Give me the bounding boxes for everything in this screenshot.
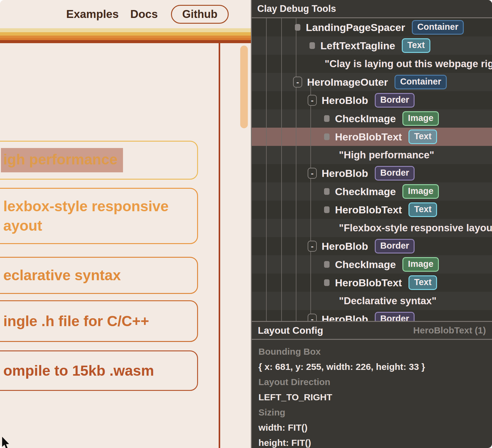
tree-row-text-content[interactable]: "Flexbox-style responsive layout" bbox=[252, 219, 492, 237]
feature-text: eclarative syntax bbox=[3, 266, 197, 285]
vertical-divider bbox=[219, 43, 220, 448]
leaf-bullet-icon bbox=[324, 133, 330, 140]
config-field-value: height: FIT() bbox=[258, 435, 485, 448]
element-type-badge: Text bbox=[402, 38, 430, 53]
element-name-label: CheckImage bbox=[335, 259, 396, 271]
element-type-badge: Text bbox=[408, 129, 437, 144]
github-button[interactable]: Github bbox=[171, 5, 229, 24]
tree-row[interactable]: -HeroBlobBorder bbox=[252, 91, 492, 109]
tree-row[interactable]: -HeroImageOuterContainer bbox=[252, 73, 492, 91]
leaf-bullet-icon bbox=[324, 279, 330, 286]
config-field-value: { x: 681, y: 255, width: 226, height: 33… bbox=[258, 359, 485, 374]
layout-config-title: Layout Config bbox=[258, 325, 323, 336]
element-type-badge: Border bbox=[375, 93, 415, 108]
element-name-label: HeroBlob bbox=[322, 240, 368, 252]
feature-box: eclarative syntax bbox=[0, 257, 198, 294]
element-type-badge: Text bbox=[408, 275, 437, 290]
config-field-label: Sizing bbox=[258, 405, 485, 420]
selected-element-name: HeroBlobText (1) bbox=[413, 325, 486, 336]
element-name-label: HeroBlobText bbox=[335, 131, 402, 143]
element-type-badge: Image bbox=[402, 257, 439, 272]
tree-row-text-content[interactable]: "High performance" bbox=[252, 146, 492, 164]
stripe-band bbox=[0, 40, 251, 43]
element-name-label: HeroImageOuter bbox=[307, 76, 388, 88]
tree-row[interactable]: -HeroBlobBorder bbox=[252, 310, 492, 321]
tree-row[interactable]: CheckImageImage bbox=[252, 255, 492, 274]
tree-row[interactable]: LandingPageSpacerContainer bbox=[252, 18, 492, 36]
nav-docs[interactable]: Docs bbox=[130, 8, 158, 21]
element-type-badge: Image bbox=[402, 184, 439, 199]
collapse-button[interactable]: - bbox=[308, 241, 317, 252]
leaf-bullet-icon bbox=[309, 42, 315, 49]
text-content-preview: "High performance" bbox=[339, 149, 434, 161]
debug-panel-header: Clay Debug Tools bbox=[252, 0, 492, 18]
nav-examples[interactable]: Examples bbox=[66, 8, 119, 21]
text-content-preview: "Flexbox-style responsive layout" bbox=[339, 222, 492, 234]
feature-box: lexbox-style responsiveayout bbox=[0, 188, 198, 244]
collapse-button[interactable]: - bbox=[308, 168, 317, 179]
tree-row[interactable]: HeroBlobTextText bbox=[252, 274, 492, 292]
element-name-label: CheckImage bbox=[335, 186, 396, 198]
element-type-badge: Text bbox=[408, 202, 437, 217]
leaf-bullet-icon bbox=[324, 261, 330, 268]
element-tree: LandingPageSpacerContainerLeftTextTaglin… bbox=[252, 18, 492, 321]
tree-row-text-content[interactable]: "Declarative syntax" bbox=[252, 292, 492, 310]
feature-text: ompile to 15kb .wasm bbox=[3, 361, 197, 381]
feature-text: lexbox-style responsive bbox=[3, 197, 197, 216]
layout-config-bar: Layout Config HeroBlobText (1) bbox=[252, 321, 492, 340]
clay-debug-panel: LandingPageSpacerContainerLeftTextTaglin… bbox=[251, 0, 492, 448]
element-type-badge: Border bbox=[375, 312, 415, 321]
element-name-label: HeroBlob bbox=[322, 95, 368, 106]
stripe-band bbox=[0, 32, 251, 36]
tree-row[interactable]: LeftTextTaglineText bbox=[252, 36, 492, 55]
feature-box: ompile to 15kb .wasm bbox=[0, 350, 198, 391]
feature-box: ingle .h file for C/C++ bbox=[0, 300, 198, 342]
feature-text: ayout bbox=[3, 216, 197, 236]
gradient-stripe bbox=[0, 28, 251, 43]
feature-text: ingle .h file for C/C++ bbox=[3, 312, 197, 331]
tree-row[interactable]: HeroBlobTextText bbox=[252, 128, 492, 146]
element-name-label: HeroBlob bbox=[322, 313, 368, 321]
collapse-button[interactable]: - bbox=[308, 95, 317, 106]
tree-row[interactable]: -HeroBlobBorder bbox=[252, 164, 492, 182]
collapse-button[interactable]: - bbox=[308, 314, 317, 321]
config-field-value: width: FIT() bbox=[258, 420, 485, 435]
stripe-band bbox=[0, 36, 251, 38]
element-name-label: LandingPageSpacer bbox=[306, 22, 405, 33]
tree-indent-guide bbox=[296, 18, 296, 321]
stripe-band bbox=[0, 28, 251, 32]
leaf-bullet-icon bbox=[324, 115, 330, 122]
element-type-badge: Border bbox=[375, 166, 415, 181]
element-name-label: CheckImage bbox=[335, 113, 396, 125]
config-field-label: Bounding Box bbox=[258, 344, 485, 359]
leaf-bullet-icon bbox=[324, 188, 330, 195]
collapse-button[interactable]: - bbox=[293, 77, 302, 88]
scrollbar-thumb[interactable] bbox=[240, 46, 248, 128]
tree-row[interactable]: HeroBlobTextText bbox=[252, 201, 492, 219]
config-field-value: LEFT_TO_RIGHT bbox=[258, 390, 485, 405]
tree-indent-guide bbox=[266, 18, 267, 321]
element-type-badge: Image bbox=[402, 111, 439, 126]
element-name-label: HeroBlob bbox=[322, 167, 368, 179]
tree-row-text-content[interactable]: "Clay is laying out this webpage right n… bbox=[252, 55, 492, 73]
text-content-preview: "Clay is laying out this webpage right n… bbox=[325, 58, 492, 70]
landing-page: Examples Docs Github igh performancelexb… bbox=[0, 0, 251, 448]
tree-indent-guide bbox=[281, 18, 282, 321]
leaf-bullet-icon bbox=[295, 24, 300, 31]
element-type-badge: Border bbox=[375, 239, 415, 253]
tree-indent-guide bbox=[310, 83, 311, 321]
debug-panel-title: Clay Debug Tools bbox=[257, 3, 336, 14]
layout-config-body: Bounding Box{ x: 681, y: 255, width: 226… bbox=[252, 340, 492, 448]
mouse-cursor bbox=[1, 437, 11, 448]
feature-box: igh performance bbox=[0, 141, 198, 180]
tree-row[interactable]: -HeroBlobBorder bbox=[252, 237, 492, 255]
leaf-bullet-icon bbox=[324, 206, 330, 213]
app-window: Examples Docs Github igh performancelexb… bbox=[0, 0, 492, 448]
config-field-label: Layout Direction bbox=[258, 374, 485, 390]
element-name-label: LeftTextTagline bbox=[320, 40, 395, 52]
element-type-badge: Container bbox=[412, 20, 464, 35]
tree-row[interactable]: CheckImageImage bbox=[252, 109, 492, 128]
element-name-label: HeroBlobText bbox=[335, 204, 402, 216]
tree-row[interactable]: CheckImageImage bbox=[252, 182, 492, 201]
text-content-preview: "Declarative syntax" bbox=[339, 295, 436, 307]
